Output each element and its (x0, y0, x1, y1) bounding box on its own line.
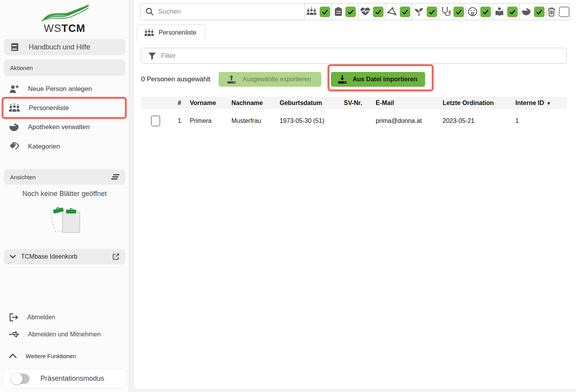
presentation-mode-row: Präsentationsmodus (3, 369, 126, 388)
filter-input[interactable] (161, 52, 566, 60)
trash-icon[interactable] (547, 7, 556, 17)
logout-button[interactable]: Abmelden (0, 310, 129, 324)
presentation-mode-label: Präsentationsmodus (40, 374, 104, 383)
section-ansichten: Ansichten (4, 169, 125, 185)
sort-desc-icon: ▼ (546, 101, 551, 106)
chevron-down-icon[interactable] (9, 254, 16, 259)
heart-pulse-icon (360, 7, 370, 16)
external-link-icon[interactable] (112, 253, 120, 261)
points-network-icon (387, 7, 397, 16)
funnel-icon (141, 52, 161, 60)
export-selected-button[interactable]: Ausgewählte exportieren (219, 72, 321, 87)
filter-checkbox-herbs[interactable] (427, 7, 437, 17)
usb-icon (9, 330, 19, 339)
filter-group-pharmacy[interactable] (519, 3, 546, 20)
stethoscope-icon (441, 7, 451, 17)
sidebar-item-personenliste[interactable]: Personenliste (0, 98, 129, 117)
clipboard-icon (334, 7, 343, 17)
people-group-icon (9, 103, 20, 113)
filter-checkbox-points[interactable] (400, 7, 410, 17)
logout-icon (9, 313, 19, 322)
tongue-face-icon (467, 7, 478, 17)
main-panel: Personenliste 0 Personen ausgewählt Ausg… (134, 0, 576, 389)
chevron-up-icon (9, 354, 17, 359)
cell-letzte-ordination: 2023-05-21 (434, 117, 507, 124)
selection-status: 0 Personen ausgewählt (141, 75, 210, 83)
table-header-row: # Vorname Nachname Geburtsdatum SV-Nr. E… (141, 97, 567, 109)
persons-table: # Vorname Nachname Geburtsdatum SV-Nr. E… (141, 97, 567, 133)
download-icon (337, 74, 347, 84)
cell-num: 1 (165, 117, 181, 124)
filter-group-education[interactable] (492, 3, 519, 20)
filter-group-points[interactable] (385, 3, 412, 20)
cell-geburtsdatum: 1973-05-30 (51) (271, 117, 335, 124)
people-group-icon (306, 7, 317, 16)
filter-checkbox-pharmacy[interactable] (534, 7, 544, 17)
filter-checkbox-diagnosis[interactable] (453, 7, 464, 17)
filter-group-anamnesis[interactable] (331, 3, 358, 20)
sidebar-item-kategorien[interactable]: Kategorien (0, 137, 129, 156)
people-group-icon (144, 28, 154, 37)
help-button[interactable]: Handbuch und Hilfe (4, 39, 125, 55)
tab-bar: Personenliste (134, 20, 576, 40)
section-aktionen: Aktionen (4, 60, 125, 76)
help-label: Handbuch und Hilfe (29, 43, 90, 51)
presentation-mode-toggle[interactable] (12, 374, 30, 384)
search-input[interactable] (158, 8, 305, 16)
filter-checkbox-education[interactable] (507, 7, 518, 17)
filter-group-persons[interactable] (305, 3, 331, 20)
person-plus-icon (9, 84, 19, 94)
sidebar: WSTCM Handbuch und Hilfe Aktionen Neue P… (0, 0, 129, 392)
filter-checkbox-tongue[interactable] (480, 7, 491, 17)
filter-bar (141, 48, 567, 64)
header-letzte-ordination[interactable]: Letzte Ordination (434, 100, 507, 107)
mortar-icon (521, 7, 531, 16)
views-empty-text: Noch keine Blätter geöffnet (0, 190, 129, 198)
mortar-icon (9, 122, 19, 132)
filter-group-diagnosis[interactable] (439, 3, 466, 20)
header-nachname[interactable]: Nachname (223, 100, 271, 107)
cell-interne-id: 1 (507, 117, 567, 124)
sidebar-item-neue-person[interactable]: Neue Person anlegen (0, 79, 129, 98)
search-icon (140, 7, 158, 16)
logo-text: WSTCM (0, 23, 129, 35)
ideenkorb-label: TCMbase Ideenkorb (21, 253, 77, 260)
upload-icon (226, 74, 236, 84)
cell-email: prima@donna.at (367, 117, 434, 124)
ideenkorb-row[interactable]: TCMbase Ideenkorb (4, 249, 125, 264)
header-num[interactable]: # (165, 100, 181, 107)
book-icon (10, 42, 20, 52)
logo-swoosh-icon (40, 5, 89, 23)
header-sv-nr[interactable]: SV-Nr. (335, 100, 367, 107)
reader-icon (494, 7, 504, 16)
app-logo: WSTCM (0, 5, 129, 35)
header-geburtsdatum[interactable]: Geburtsdatum (271, 100, 335, 107)
trash-group[interactable] (546, 3, 570, 20)
table-row[interactable]: 1 Primera Musterfrau 1973-05-30 (51) pri… (141, 109, 567, 133)
trash-checkbox[interactable] (559, 7, 569, 17)
clipboards-illustration (0, 205, 129, 234)
header-vorname[interactable]: Vorname (181, 100, 223, 107)
tab-personenliste[interactable]: Personenliste (137, 24, 205, 40)
cell-nachname: Musterfrau (223, 117, 271, 124)
sprout-icon (414, 7, 424, 16)
filter-checkbox-persons[interactable] (320, 7, 330, 17)
filter-checkbox-vitals[interactable] (373, 7, 383, 17)
search-toolbar (140, 3, 570, 20)
sidebar-item-apotheken[interactable]: Apotheken verwalten (0, 117, 129, 136)
filter-group-vitals[interactable] (358, 3, 385, 20)
view-lines-icon[interactable] (111, 174, 120, 180)
logout-take-button[interactable]: Abmelden und Mitnehmen (0, 327, 129, 341)
header-email[interactable]: E-Mail (367, 100, 434, 107)
filter-group-herbs[interactable] (412, 3, 439, 20)
tags-icon (9, 142, 19, 152)
more-functions-button[interactable]: Weitere Funktionen (0, 349, 129, 363)
filter-group-tongue[interactable] (466, 3, 492, 20)
cell-vorname: Primera (181, 117, 223, 124)
import-from-file-button[interactable]: Aus Datei importieren (331, 72, 425, 87)
action-row: 0 Personen ausgewählt Ausgewählte export… (134, 72, 576, 87)
row-checkbox[interactable] (151, 116, 160, 126)
header-interne-id[interactable]: Interne ID▼ (507, 100, 567, 107)
filter-checkbox-anamnesis[interactable] (345, 7, 356, 17)
